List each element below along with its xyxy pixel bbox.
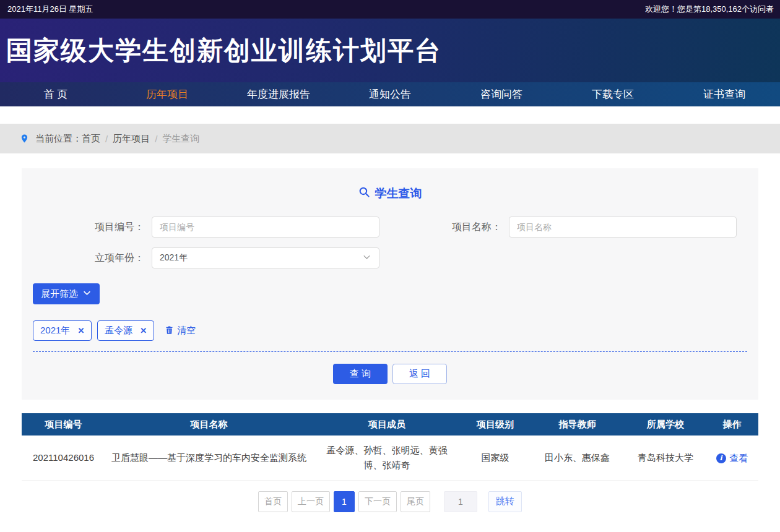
breadcrumb-separator: / <box>105 134 108 144</box>
student-query-panel: 学生查询 项目编号： 项目名称： 立项年份： 2021年 <box>22 168 758 400</box>
spacer <box>390 247 747 268</box>
nav-item-home[interactable]: 首 页 <box>0 82 111 106</box>
project-code-label: 项目编号： <box>33 221 144 234</box>
clear-filters-label: 清空 <box>177 325 196 337</box>
filter-tag-year[interactable]: 2021年 ✕ <box>33 320 92 341</box>
filter-tag-label: 2021年 <box>40 325 70 337</box>
nav-item-certificate[interactable]: 证书查询 <box>669 82 780 106</box>
nav-item-notices[interactable]: 通知公告 <box>334 82 446 106</box>
nav-item-downloads[interactable]: 下载专区 <box>557 82 669 106</box>
project-name-field-group: 项目名称： <box>390 217 747 238</box>
col-project-code: 项目编号 <box>22 413 105 435</box>
project-name-label: 项目名称： <box>390 221 501 234</box>
col-actions: 操作 <box>706 413 758 435</box>
view-details-link[interactable]: i 查看 <box>716 451 748 466</box>
year-select-value: 2021年 <box>160 252 188 264</box>
breadcrumb-past-projects[interactable]: 历年项目 <box>113 133 150 145</box>
year-select[interactable]: 2021年 <box>152 247 379 268</box>
project-name-input[interactable] <box>509 217 737 238</box>
table-row: 202110426016 卫盾慧眼——基于深度学习的车内安全监测系统 孟令源、孙… <box>22 435 758 480</box>
breadcrumb-current: 学生查询 <box>162 133 199 145</box>
panel-title: 学生查询 <box>33 186 747 202</box>
remove-tag-icon[interactable]: ✕ <box>140 326 147 335</box>
pagination-prev-button[interactable]: 上一页 <box>292 491 330 512</box>
pagination: 首页 上一页 1 下一页 尾页 跳转 <box>0 491 780 512</box>
back-button[interactable]: 返 回 <box>392 364 447 384</box>
current-date: 2021年11月26日 星期五 <box>7 4 93 15</box>
breadcrumb-home[interactable]: 首页 <box>82 133 100 145</box>
page-jump-input[interactable] <box>444 491 477 512</box>
breadcrumb-prefix: 当前位置： <box>35 133 82 145</box>
query-form: 项目编号： 项目名称： 立项年份： 2021年 <box>33 217 747 268</box>
remove-tag-icon[interactable]: ✕ <box>77 326 84 335</box>
col-advisors: 指导教师 <box>529 413 625 435</box>
site-title: 国家级大学生创新创业训练计划平台 <box>0 33 442 68</box>
spacer <box>0 106 780 124</box>
col-school: 所属学校 <box>625 413 706 435</box>
page-jump-button[interactable]: 跳转 <box>488 491 522 512</box>
search-icon <box>358 186 370 201</box>
year-field-group: 立项年份： 2021年 <box>33 247 390 268</box>
col-project-name: 项目名称 <box>105 413 313 435</box>
page: 2021年11月26日 星期五 欢迎您！您是第18,350,162个访问者 国家… <box>0 0 780 532</box>
filter-tag-label: 孟令源 <box>105 325 132 337</box>
location-pin-icon <box>20 132 29 145</box>
table-header-row: 项目编号 项目名称 项目成员 项目级别 指导教师 所属学校 操作 <box>22 413 758 435</box>
project-code-field-group: 项目编号： <box>33 217 390 238</box>
main-nav: 首 页 历年项目 年度进展报告 通知公告 咨询问答 下载专区 证书查询 <box>0 82 780 106</box>
cell-project-code: 202110426016 <box>22 435 105 480</box>
breadcrumb-separator: / <box>155 134 157 144</box>
chevron-down-icon <box>362 252 371 264</box>
cell-project-members: 孟令源、孙哲、张明远、黄强博、张靖奇 <box>313 435 461 480</box>
filter-tag-student[interactable]: 孟令源 ✕ <box>97 320 154 341</box>
chevron-down-icon <box>82 288 92 299</box>
info-icon: i <box>716 453 726 463</box>
view-details-label: 查看 <box>730 451 748 466</box>
query-button[interactable]: 查 询 <box>333 364 388 384</box>
expand-filter-button[interactable]: 展开筛选 <box>33 283 100 304</box>
clear-filters-button[interactable]: 清空 <box>165 325 196 337</box>
cell-advisors: 田小东、惠保鑫 <box>529 435 625 480</box>
project-code-input[interactable] <box>152 217 379 238</box>
pagination-first-button[interactable]: 首页 <box>258 491 288 512</box>
col-project-members: 项目成员 <box>313 413 461 435</box>
top-bar: 2021年11月26日 星期五 欢迎您！您是第18,350,162个访问者 <box>0 0 780 19</box>
nav-item-past-projects[interactable]: 历年项目 <box>111 82 223 106</box>
site-header: 国家级大学生创新创业训练计划平台 <box>0 19 780 82</box>
expand-filter-label: 展开筛选 <box>41 288 78 300</box>
nav-item-qa[interactable]: 咨询问答 <box>446 82 557 106</box>
nav-item-annual-report[interactable]: 年度进展报告 <box>223 82 334 106</box>
year-label: 立项年份： <box>33 252 144 265</box>
panel-title-text: 学生查询 <box>375 186 422 202</box>
cell-project-name: 卫盾慧眼——基于深度学习的车内安全监测系统 <box>105 435 313 480</box>
trash-icon <box>165 325 174 337</box>
form-actions: 查 询 返 回 <box>33 364 747 384</box>
pagination-last-button[interactable]: 尾页 <box>401 491 430 512</box>
results-table: 项目编号 项目名称 项目成员 项目级别 指导教师 所属学校 操作 2021104… <box>22 413 758 481</box>
cell-project-level: 国家级 <box>461 435 529 480</box>
pagination-page-1-button[interactable]: 1 <box>334 491 355 512</box>
pagination-next-button[interactable]: 下一页 <box>358 491 397 512</box>
visitor-counter: 欢迎您！您是第18,350,162个访问者 <box>645 4 774 15</box>
active-filter-tags: 2021年 ✕ 孟令源 ✕ 清空 <box>33 320 747 341</box>
breadcrumb: 当前位置： 首页 / 历年项目 / 学生查询 <box>0 124 780 153</box>
dashed-divider <box>33 351 747 352</box>
cell-school: 青岛科技大学 <box>625 435 706 480</box>
cell-actions: i 查看 <box>706 435 758 480</box>
col-project-level: 项目级别 <box>461 413 529 435</box>
